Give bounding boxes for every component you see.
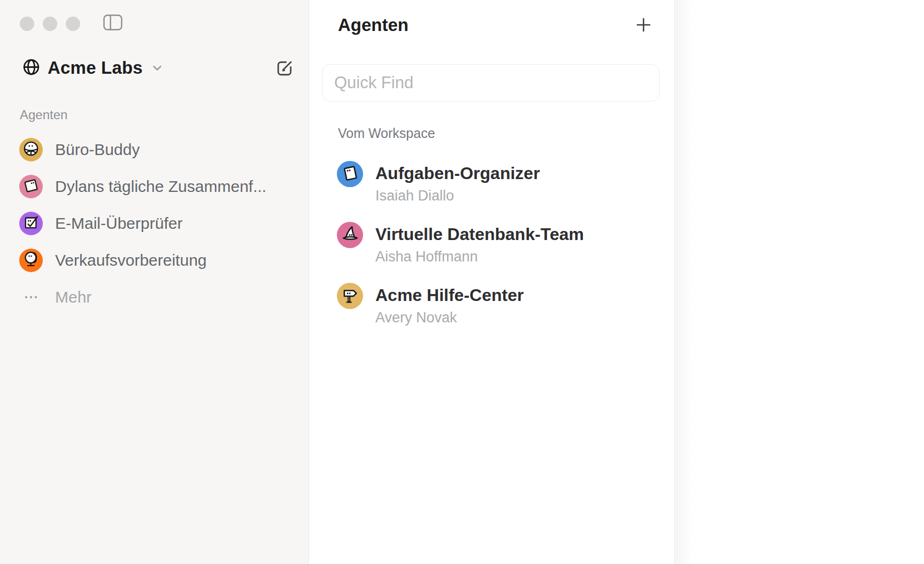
app-window: Acme Labs Agenten	[0, 0, 924, 564]
sidebar-agent-list: Büro-Buddy Dylans tägliche Zus	[0, 131, 309, 315]
sidebar-section-label: Agenten	[20, 107, 67, 122]
agent-row-acme-hilfe-center[interactable]: Acme Hilfe-Center Avery Novak	[337, 269, 658, 323]
sidebar: Acme Labs Agenten	[0, 0, 309, 564]
desk-globe-face-icon	[22, 250, 40, 271]
panel-section-label: Vom Workspace	[338, 125, 435, 141]
chevron-down-icon	[150, 60, 165, 78]
globe-icon	[21, 57, 41, 79]
signpost-face-icon	[340, 285, 360, 307]
avatar	[19, 175, 43, 198]
witch-hat-face-icon	[340, 224, 360, 246]
sidebar-toggle-icon	[103, 14, 123, 33]
note-face-icon	[22, 176, 40, 197]
agent-text: Aufgaben-Organizer Isaiah Diallo	[375, 163, 540, 205]
agent-owner: Isaiah Diallo	[375, 187, 540, 205]
sidebar-item-dylans-zusammenfassung[interactable]: Dylans tägliche Zusammenf...	[0, 168, 309, 205]
avatar	[19, 138, 43, 161]
avatar	[337, 222, 363, 248]
sidebar-item-verkaufsvorbereitung[interactable]: Verkaufsvorbereitung	[0, 242, 309, 279]
agents-panel: Agenten Vom Workspace	[309, 0, 675, 564]
agent-name: Aufgaben-Organizer	[375, 163, 540, 184]
agent-owner: Aisha Hoffmann	[375, 248, 584, 266]
sidebar-item-label: E-Mail-Überprüfer	[55, 214, 182, 233]
sidebar-item-label: Büro-Buddy	[55, 141, 140, 159]
quick-find-input[interactable]	[322, 65, 659, 101]
agent-text: Acme Hilfe-Center Avery Novak	[375, 284, 523, 327]
workspace-switcher[interactable]: Acme Labs	[21, 56, 165, 80]
avatar	[19, 249, 43, 272]
sidebar-item-buero-buddy[interactable]: Büro-Buddy	[0, 131, 309, 168]
quick-find-field	[322, 64, 660, 102]
agent-name: Acme Hilfe-Center	[375, 284, 523, 306]
avatar	[19, 212, 43, 235]
ball-face-icon	[22, 140, 40, 160]
plus-icon	[635, 16, 652, 35]
check-square-face-icon	[22, 213, 40, 234]
agent-row-virtuelle-datenbank-team[interactable]: Virtuelle Datenbank-Team Aisha Hoffmann	[337, 208, 658, 262]
workspace-name: Acme Labs	[48, 58, 143, 78]
main-content-area	[675, 0, 924, 564]
agent-text: Virtuelle Datenbank-Team Aisha Hoffmann	[375, 223, 584, 266]
sidebar-more-label: Mehr	[55, 288, 91, 306]
ellipsis-icon	[19, 289, 43, 306]
agent-owner: Avery Novak	[375, 308, 523, 327]
avatar	[337, 283, 363, 309]
paper-face-icon	[340, 163, 360, 186]
sidebar-item-email-ueberpruefer[interactable]: E-Mail-Überprüfer	[0, 205, 309, 242]
window-control-minimize[interactable]	[43, 17, 57, 31]
agent-name: Virtuelle Datenbank-Team	[375, 223, 584, 245]
compose-icon	[274, 58, 295, 80]
panel-title: Agenten	[338, 14, 409, 36]
sidebar-toggle-button[interactable]	[103, 14, 123, 32]
compose-button[interactable]	[274, 58, 295, 80]
sidebar-item-label: Dylans tägliche Zusammenf...	[55, 177, 266, 196]
sidebar-item-label: Verkaufsvorbereitung	[55, 251, 207, 269]
sidebar-item-more[interactable]: Mehr	[0, 279, 309, 315]
avatar	[337, 161, 363, 187]
window-controls	[20, 17, 80, 31]
window-control-close[interactable]	[20, 17, 34, 31]
add-agent-button[interactable]	[633, 16, 653, 36]
window-control-zoom[interactable]	[66, 17, 80, 31]
agent-row-aufgaben-organizer[interactable]: Aufgaben-Organizer Isaiah Diallo	[337, 148, 658, 201]
